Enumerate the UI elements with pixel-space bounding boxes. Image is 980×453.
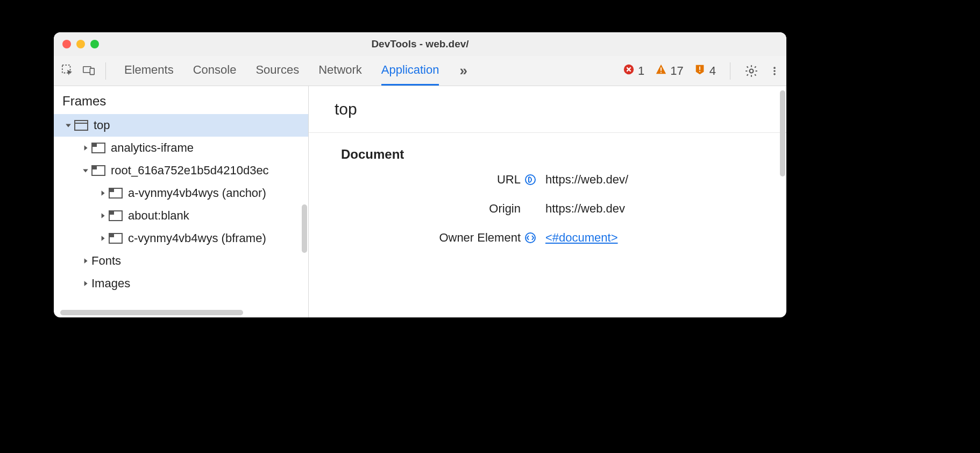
sidebar-horizontal-scrollbar[interactable] (60, 310, 243, 315)
tree-item-label: analytics-iframe (111, 141, 194, 155)
more-tabs-button[interactable]: » (459, 62, 467, 79)
tree-item-label: Fonts (91, 254, 121, 268)
error-icon (623, 63, 635, 79)
tree-item-label: about:blank (128, 209, 189, 223)
chevron-right-icon[interactable] (82, 280, 89, 287)
minimize-window-button[interactable] (76, 40, 85, 48)
tree-item-images[interactable]: Images (54, 272, 308, 295)
svg-rect-2 (90, 68, 94, 74)
inspect-element-icon[interactable] (61, 64, 73, 78)
issues-icon (694, 63, 706, 79)
svg-point-11 (773, 73, 776, 75)
svg-rect-12 (75, 121, 88, 130)
svg-point-24 (525, 175, 535, 185)
tab-network[interactable]: Network (318, 56, 362, 86)
svg-point-10 (773, 70, 776, 72)
chevron-right-icon[interactable] (82, 145, 89, 151)
zoom-window-button[interactable] (90, 40, 99, 48)
tree-item-top[interactable]: top (54, 114, 308, 137)
label-url: URL (330, 173, 524, 187)
chevron-right-icon[interactable] (82, 258, 89, 264)
tab-application[interactable]: Application (381, 56, 439, 86)
sidebar-section-title: Frames (54, 86, 308, 114)
iframe-icon (91, 165, 105, 176)
chevron-down-icon[interactable] (82, 167, 89, 174)
iframe-icon (109, 188, 123, 199)
reveal-in-sources-icon[interactable] (524, 173, 545, 186)
warning-counter[interactable]: 17 (655, 63, 683, 79)
value-url[interactable]: https://web.dev/ (545, 173, 765, 187)
chevron-right-icon[interactable] (99, 190, 106, 196)
detail-section-title: Document (309, 133, 786, 173)
svg-rect-7 (699, 70, 700, 72)
toolbar-separator (105, 62, 106, 80)
iframe-icon (91, 143, 105, 153)
panel-body: Frames top analytics-iframe root_616a752… (54, 86, 786, 317)
titlebar: DevTools - web.dev/ (54, 32, 786, 56)
svg-rect-17 (92, 166, 96, 169)
detail-vertical-scrollbar[interactable] (780, 90, 785, 176)
iframe-icon (109, 233, 123, 244)
svg-point-9 (773, 67, 776, 69)
chevron-down-icon[interactable] (65, 122, 72, 129)
main-toolbar: Elements Console Sources Network Applica… (54, 56, 786, 86)
tree-item-fonts[interactable]: Fonts (54, 250, 308, 272)
panel-tabs: Elements Console Sources Network Applica… (124, 56, 439, 86)
tab-elements[interactable]: Elements (124, 56, 174, 86)
frames-sidebar: Frames top analytics-iframe root_616a752… (54, 86, 309, 317)
warning-icon (655, 63, 667, 79)
frame-detail-panel: top Document URL https://web.dev/ Origin… (309, 86, 786, 317)
svg-rect-6 (699, 66, 700, 69)
value-owner-element[interactable]: <#document> (545, 231, 765, 245)
error-counter[interactable]: 1 (623, 63, 644, 79)
settings-icon[interactable] (744, 64, 758, 78)
tree-item-label: top (94, 118, 110, 132)
svg-rect-5 (661, 72, 662, 73)
sidebar-vertical-scrollbar[interactable] (302, 204, 307, 253)
frame-icon (74, 120, 88, 131)
issues-count: 4 (709, 64, 716, 78)
tree-item[interactable]: c-vynmy4vb4wys (bframe) (54, 227, 308, 250)
window-title: DevTools - web.dev/ (54, 38, 786, 50)
frames-tree: top analytics-iframe root_616a752e1b5d42… (54, 114, 308, 317)
toolbar-separator (730, 62, 730, 80)
issues-counter[interactable]: 4 (694, 63, 716, 79)
toolbar-left (60, 64, 98, 78)
chevron-right-icon[interactable] (99, 213, 106, 219)
tab-sources[interactable]: Sources (255, 56, 299, 86)
label-origin: Origin (330, 202, 524, 216)
tree-item[interactable]: root_616a752e1b5d4210d3ec (54, 159, 308, 182)
tree-item[interactable]: about:blank (54, 204, 308, 227)
owner-element-link[interactable]: <#document> (545, 231, 618, 245)
tab-console[interactable]: Console (193, 56, 237, 86)
devtools-window: DevTools - web.dev/ Elements Console Sou… (54, 32, 786, 317)
close-window-button[interactable] (62, 40, 71, 48)
value-origin: https://web.dev (545, 202, 765, 216)
svg-rect-23 (109, 233, 113, 237)
tree-item-label: root_616a752e1b5d4210d3ec (111, 164, 269, 178)
tree-item-label: Images (91, 277, 130, 291)
tree-item[interactable]: a-vynmy4vb4wys (anchor) (54, 182, 308, 204)
more-options-icon[interactable] (769, 64, 780, 78)
svg-rect-15 (92, 143, 96, 146)
window-controls (62, 40, 99, 48)
warning-count: 17 (670, 64, 683, 78)
detail-properties: URL https://web.dev/ Origin https://web.… (309, 173, 786, 261)
reveal-in-elements-icon[interactable] (524, 231, 545, 244)
tree-item-label: c-vynmy4vb4wys (bframe) (128, 231, 266, 245)
tree-item-label: a-vynmy4vb4wys (anchor) (128, 186, 266, 200)
device-toolbar-icon[interactable] (83, 64, 95, 78)
error-count: 1 (638, 64, 644, 78)
label-owner-element: Owner Element (330, 231, 524, 245)
svg-rect-21 (109, 211, 113, 214)
toolbar-right: 1 17 4 (623, 62, 780, 80)
chevron-right-icon[interactable] (99, 235, 106, 242)
iframe-icon (109, 210, 123, 221)
detail-heading: top (309, 86, 786, 133)
svg-rect-4 (661, 67, 662, 70)
tree-item[interactable]: analytics-iframe (54, 137, 308, 159)
svg-point-8 (750, 69, 754, 73)
svg-rect-19 (109, 188, 113, 192)
